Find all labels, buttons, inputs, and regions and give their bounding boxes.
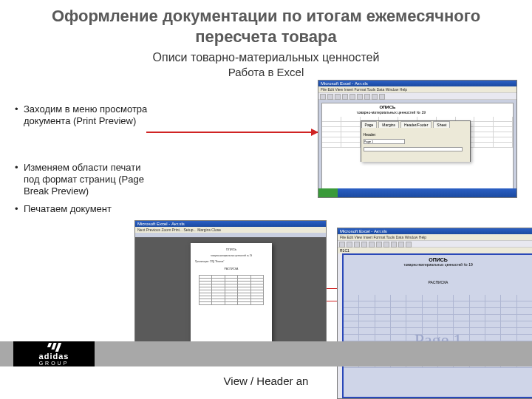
bottom-caption: View / Header an [0,375,532,387]
pb-doc-title: ОПИСЬ [344,255,532,262]
page-doc-title: ОПИСЬ [195,248,267,251]
adidas-stripes-icon [48,343,60,352]
window-toolbar [318,92,516,100]
dialog-tab: Margins [378,121,399,128]
window-menubar: File Edit View Insert Format Tools Data … [338,234,532,240]
worksheet-area: ОПИСЬ товарно-материальных ценностей № 1… [321,103,514,190]
pb-section: РАСПИСКА [344,280,532,284]
bullet-item-1: Заходим в меню просмотра документа (Prin… [15,103,148,128]
window-titlebar: Microsoft Excel - Акт.xls [338,228,532,234]
dialog-tabs: Page Margins Header/Footer Sheet [361,121,471,128]
arrow-to-screenshot-1 [146,132,318,133]
adidas-logo: adidas GROUP [13,341,95,366]
screenshot-excel-page-setup: Microsoft Excel - Акт.xls File Edit View… [318,80,517,198]
preview-page: ОПИСЬ товарно-материальных ценностей № 1… [191,243,272,348]
dialog-tab: Header/Footer [400,121,432,128]
window-titlebar: Microsoft Excel - Акт.xls [135,221,326,227]
windows-taskbar [318,188,516,197]
preview-toolbar: Next Previous Zoom Print... Setup... Mar… [135,227,326,233]
dialog-field-label: Header: [364,132,468,137]
dialog-tab: Page [361,121,378,128]
page-section: РАСПИСКА [195,267,267,270]
dialog-header-input [364,139,406,144]
slide-subtitle-2: Работа в Excel [0,66,532,78]
bullet-item-3: Печатаем документ [15,203,148,215]
screenshot-print-preview: Microsoft Excel - Акт.xls Next Previous … [134,220,327,361]
slide-subtitle-1: Описи товарно-материальных ценностей [0,51,532,64]
cell-reference: R1C1 [340,248,349,253]
logo-sub: GROUP [39,361,69,366]
window-titlebar: Microsoft Excel - Акт.xls [318,81,516,86]
screenshot-page-break-preview: Microsoft Excel - Акт.xls File Edit View… [337,228,532,399]
logo-brand: adidas [39,352,69,361]
page-org: Организация: СПД "Иванов" [195,260,267,263]
window-menubar: File Edit View Insert Format Tools Data … [318,86,516,92]
dialog-tab: Sheet [433,121,450,128]
doc-header: ОПИСЬ [379,105,395,109]
page-doc-sub: товарно-материальных ценностей № 19 [195,254,267,257]
pb-doc-sub: товарно-материальных ценностей № 19 [344,262,532,267]
doc-subheader: товарно-материальных ценностей № 19 [356,110,426,115]
formula-bar: R1C1 [338,248,532,253]
start-button [318,188,338,197]
bullet-list: Заходим в меню просмотра документа (Prin… [15,103,148,216]
page-setup-dialog: Page Margins Header/Footer Sheet Header: [361,120,471,162]
page-table [199,275,264,305]
bullet-item-2: Изменяем области печати под формат стран… [15,162,148,198]
window-toolbar [338,240,532,248]
slide-title: Оформление документации по итогам ежемес… [0,0,532,47]
